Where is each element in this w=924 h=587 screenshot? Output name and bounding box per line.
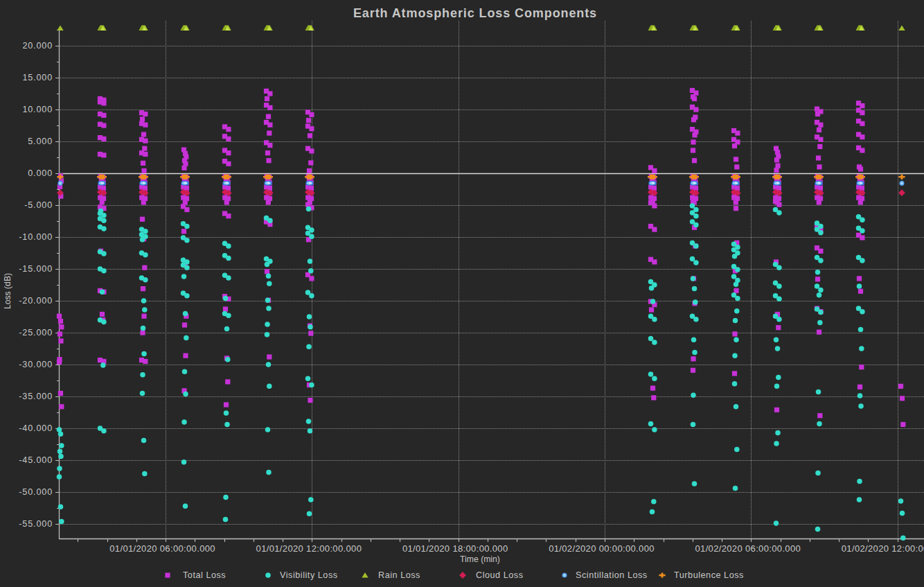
svg-text:Rain Loss: Rain Loss [378, 570, 420, 580]
svg-text:-10.000: -10.000 [19, 232, 53, 242]
svg-text:15.000: 15.000 [22, 73, 53, 82]
svg-text:-5.000: -5.000 [24, 200, 53, 210]
svg-text:Loss (dB): Loss (dB) [3, 273, 12, 309]
svg-text:-50.000: -50.000 [19, 487, 53, 497]
svg-text:-30.000: -30.000 [19, 360, 53, 369]
svg-text:Cloud Loss: Cloud Loss [476, 570, 524, 580]
svg-text:0.000: 0.000 [28, 168, 53, 178]
svg-text:-45.000: -45.000 [19, 455, 53, 465]
svg-text:-20.000: -20.000 [19, 296, 53, 306]
svg-text:Time (min): Time (min) [460, 554, 500, 564]
svg-text:Visibility Loss: Visibility Loss [280, 570, 338, 580]
svg-text:01/02/2020 00:00:00.000: 01/02/2020 00:00:00.000 [549, 543, 655, 554]
svg-text:Total Loss: Total Loss [183, 570, 226, 580]
svg-text:-40.000: -40.000 [19, 423, 53, 433]
svg-text:01/02/2020 12:00:00.000: 01/02/2020 12:00:00.000 [842, 543, 924, 554]
svg-text:-55.000: -55.000 [19, 519, 53, 529]
svg-text:Turbulence Loss: Turbulence Loss [674, 570, 744, 580]
svg-text:-15.000: -15.000 [19, 264, 53, 274]
svg-text:01/01/2020 12:00:00.000: 01/01/2020 12:00:00.000 [256, 543, 362, 554]
svg-text:-35.000: -35.000 [19, 392, 53, 401]
svg-text:01/01/2020 06:00:00.000: 01/01/2020 06:00:00.000 [109, 543, 215, 554]
svg-text:Scintillation Loss: Scintillation Loss [576, 570, 648, 580]
svg-text:Earth Atmospheric Loss Compone: Earth Atmospheric Loss Components [353, 6, 597, 20]
svg-text:10.000: 10.000 [22, 105, 53, 114]
svg-text:01/01/2020 18:00:00.000: 01/01/2020 18:00:00.000 [402, 543, 508, 554]
svg-text:20.000: 20.000 [22, 41, 53, 51]
svg-text:01/02/2020 06:00:00.000: 01/02/2020 06:00:00.000 [695, 543, 801, 554]
svg-text:5.000: 5.000 [28, 137, 53, 146]
svg-text:-25.000: -25.000 [19, 328, 53, 338]
